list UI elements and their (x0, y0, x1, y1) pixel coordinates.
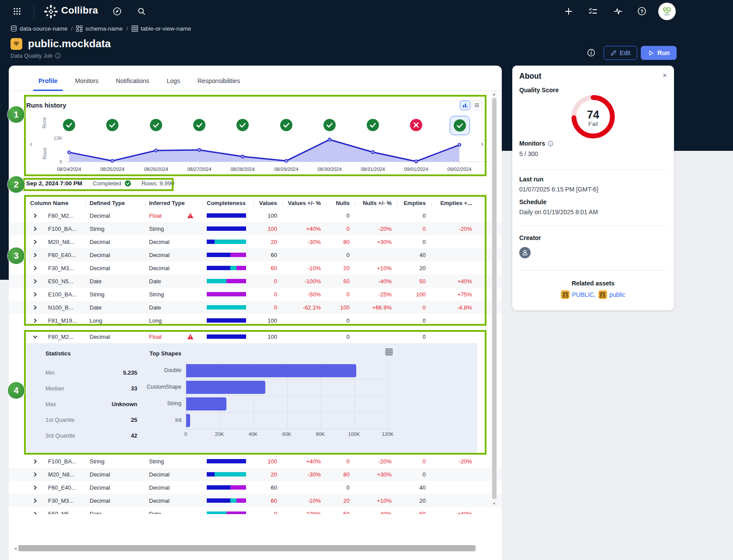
list-view-button[interactable] (472, 101, 482, 110)
schema-asset-icon (598, 290, 607, 299)
row-expand-icon[interactable] (26, 511, 44, 515)
column-header-1[interactable]: Column Name (26, 200, 86, 206)
collibra-logo-icon[interactable] (44, 4, 58, 19)
metric-cell-2: -62.1% (282, 304, 326, 311)
scroll-down-arrow[interactable]: ▼ (492, 502, 496, 506)
column-header-9[interactable]: Empties (397, 200, 431, 206)
table-row-N100_B[interactable]: N100_B...DateDate0-62.1%100+66.9%0-4.8% (9, 301, 502, 314)
run-status-pass-2[interactable] (103, 116, 122, 134)
monitors-info-icon[interactable]: i (548, 141, 553, 146)
table-row-E100_BA[interactable]: E100_BA...StringString0-50%0-25%100+75% (9, 288, 502, 301)
row-expand-icon[interactable] (26, 317, 44, 324)
shape-bar-customshape[interactable] (186, 381, 265, 394)
creator-avatar[interactable] (519, 247, 531, 258)
apps-grid-icon[interactable] (13, 7, 21, 15)
vertical-scrollbar[interactable]: ▲ ▼ (491, 91, 497, 507)
metric-cell-5: 20 (397, 265, 431, 271)
run-status-pass-3[interactable] (146, 116, 166, 134)
row-expand-icon[interactable] (26, 265, 44, 271)
run-button[interactable]: Run (641, 46, 677, 60)
row-expand-icon[interactable] (26, 278, 44, 285)
user-avatar[interactable] (658, 3, 676, 20)
table-row-F60_E40[interactable]: F60_E40...DecimalDecimal60040 (9, 481, 502, 494)
table-row-M20_N8[interactable]: M20_N8...DecimalDecimal20-30%80+30%0 (9, 235, 502, 248)
run-status-pass-6[interactable] (277, 116, 296, 134)
scroll-up-arrow[interactable]: ▲ (492, 92, 496, 96)
run-status-pass-1[interactable] (59, 116, 79, 134)
scroll-left-arrow[interactable]: ◄ (12, 546, 18, 551)
column-header-6[interactable]: Values +/- % (282, 200, 326, 206)
related-asset-PUBLIC[interactable]: PUBLIC, (561, 290, 595, 299)
tab-monitors[interactable]: Monitors (68, 77, 106, 90)
table-row-F80_M2[interactable]: F80_M2...DecimalFloat10000 (9, 330, 502, 343)
expanded-detail-panel: Statistics Top Shapes Min5.235Median33Ma… (26, 343, 477, 453)
close-icon[interactable]: × (663, 71, 667, 80)
breadcrumb-item-schema-name[interactable]: schema-name (76, 25, 123, 32)
table-row-F30_M3[interactable]: F30_M3...DecimalDecimal60-10%20+10%20 (9, 261, 502, 275)
tab-logs[interactable]: Logs (160, 77, 187, 90)
column-header-2[interactable]: Defined Type (86, 200, 145, 206)
compass-icon[interactable] (113, 7, 122, 16)
tab-bar: ProfileMonitorsNotificationsLogsResponsi… (9, 66, 502, 91)
table-row-F81_M19[interactable]: F81_M19...LongLong10000 (9, 314, 502, 327)
column-header-5[interactable]: Values (254, 200, 282, 206)
help-icon[interactable]: ? (637, 7, 646, 16)
table-row-F60_E40[interactable]: F60_E40...DecimalDecimal60040 (9, 248, 502, 261)
activity-pulse-icon[interactable] (614, 7, 622, 15)
column-header-3[interactable]: Inferred Type (145, 200, 203, 206)
row-expand-icon[interactable] (26, 304, 44, 311)
metric-cell-5: 0 (397, 334, 431, 340)
table-row-F100_BA[interactable]: F100_BA...StringString100+40%0-20%0-20% (9, 222, 502, 235)
related-asset-public[interactable]: public (598, 290, 625, 299)
add-icon[interactable] (565, 7, 573, 15)
table-row-F100_BA[interactable]: F100_BA...StringString100+40%0-20%0-20% (9, 455, 502, 468)
subtitle-info-icon[interactable]: i (55, 53, 61, 59)
row-expand-icon[interactable] (26, 458, 44, 465)
run-status-pass-7[interactable] (320, 116, 339, 134)
horizontal-scroll-thumb[interactable] (18, 545, 476, 551)
shape-bar-double[interactable] (186, 364, 356, 377)
breadcrumb-item-data-source-name[interactable]: data-source-name (10, 25, 68, 32)
breadcrumb-item-table-or-view-name[interactable]: table-or-view-name (132, 25, 191, 32)
shape-bar-int[interactable] (186, 414, 190, 427)
row-expand-icon[interactable] (26, 334, 44, 340)
defined-type-cell: Date (86, 278, 145, 285)
row-expand-icon[interactable] (26, 497, 44, 504)
table-row-E50_N5[interactable]: E50_N5...DateDate0-100%50-40%50+40% (9, 507, 502, 514)
column-header-4[interactable]: Completeness (203, 200, 254, 206)
row-expand-icon[interactable] (26, 239, 44, 245)
tab-profile[interactable]: Profile (31, 77, 65, 90)
run-status-pass-5[interactable] (233, 116, 252, 134)
tab-responsibilities[interactable]: Responsibilities (191, 77, 247, 90)
run-status-pass-4[interactable] (190, 116, 209, 134)
row-expand-icon[interactable] (26, 226, 44, 232)
horizontal-scrollbar[interactable]: ◄ (12, 545, 490, 552)
run-status-pass-8[interactable] (363, 116, 382, 134)
run-status-pass-10[interactable] (450, 116, 470, 135)
metric-cell-2: -50% (282, 291, 326, 298)
carousel-prev-icon[interactable]: ‹ (30, 139, 32, 149)
table-row-E50_N5[interactable]: E50_N5...DateDate0-100%50-40%50+40% (9, 275, 502, 288)
row-expand-icon[interactable] (26, 212, 44, 219)
column-header-7[interactable]: Nulls (326, 200, 355, 206)
row-expand-icon[interactable] (26, 484, 44, 491)
edit-button[interactable]: Edit (604, 46, 637, 60)
row-expand-icon[interactable] (26, 252, 44, 258)
table-view-icon[interactable] (386, 348, 393, 355)
top-shapes-title: Top Shapes (149, 350, 181, 357)
column-header-10[interactable]: Empties +... (431, 200, 477, 206)
table-row-F30_M3[interactable]: F30_M3...DecimalDecimal60-10%20+10%20 (9, 494, 502, 507)
row-expand-icon[interactable] (26, 291, 44, 298)
page-info-icon[interactable] (587, 49, 595, 57)
tab-notifications[interactable]: Notifications (109, 77, 156, 90)
run-status-fail-9[interactable] (406, 116, 426, 134)
table-row-M20_N8[interactable]: M20_N8...DecimalDecimal20-30%80+30%0 (9, 468, 502, 481)
tasks-checklist-icon[interactable] (589, 7, 598, 15)
row-expand-icon[interactable] (26, 471, 44, 478)
vertical-scroll-thumb[interactable] (492, 98, 497, 499)
column-header-8[interactable]: Nulls +/- % (355, 200, 397, 206)
chart-view-button[interactable] (460, 101, 470, 110)
shape-bar-string[interactable] (186, 397, 226, 410)
search-icon[interactable] (138, 7, 146, 15)
table-row-F80_M2[interactable]: F80_M2...DecimalFloat10000 (9, 209, 502, 222)
